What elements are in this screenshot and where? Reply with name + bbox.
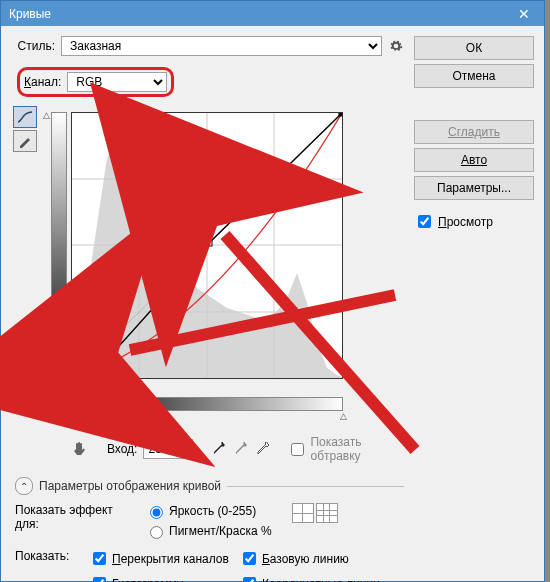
pencil-draw-mode[interactable] <box>13 130 37 152</box>
display-options-title: Параметры отображения кривой <box>39 479 221 493</box>
cancel-button[interactable]: Отмена <box>414 64 534 88</box>
style-select[interactable]: Заказная <box>61 36 382 56</box>
check-overlay[interactable]: Перекрытия каналов <box>89 549 229 568</box>
grid-coarse[interactable] <box>292 503 314 523</box>
channel-select[interactable]: RGB <box>67 72 167 92</box>
output-value[interactable] <box>11 364 61 384</box>
curve-canvas[interactable] <box>71 112 343 379</box>
titlebar: Кривые ✕ <box>1 1 544 26</box>
dropper-black-icon <box>212 442 226 456</box>
curve-draw-mode[interactable] <box>13 106 37 128</box>
dropper-gray-icon <box>234 442 248 456</box>
effect-for-label: Показать эффект для: <box>15 503 135 531</box>
toggle-display-options[interactable]: ⌃ <box>15 477 33 495</box>
channel-highlight: Канал: RGB <box>17 67 174 97</box>
check-histogram[interactable]: Гистограмму <box>89 574 229 582</box>
grid-fine[interactable] <box>316 503 338 523</box>
auto-button[interactable]: Авто <box>414 148 534 172</box>
curve-area: △ ▼ <box>71 112 361 397</box>
check-baseline[interactable]: Базовую линию <box>239 549 380 568</box>
style-label: Стиль: <box>11 39 55 53</box>
preview-checkbox[interactable]: Просмотр <box>414 212 534 231</box>
expand-icon: ⌃ <box>20 481 28 492</box>
channel-label: Канал: <box>24 75 61 89</box>
output-label: Выход: <box>11 348 61 362</box>
svg-rect-8 <box>106 354 112 360</box>
dropper-white-icon <box>256 442 270 456</box>
output-gradient <box>51 112 67 379</box>
curves-dialog: Кривые ✕ Стиль: Заказная Канал: RGB <box>0 0 545 582</box>
hand-icon <box>71 441 87 457</box>
window-title: Кривые <box>9 7 51 21</box>
show-clipping[interactable]: Показать обтравку <box>287 435 404 463</box>
show-label: Показать: <box>15 549 79 563</box>
svg-rect-9 <box>206 240 212 246</box>
smooth-button[interactable]: Сгладить <box>414 120 534 144</box>
close-button[interactable]: ✕ <box>504 1 544 26</box>
curve-mode-icon <box>17 110 33 124</box>
ok-button[interactable]: ОК <box>414 36 534 60</box>
input-label: Вход: <box>93 442 137 456</box>
targeted-adjust[interactable] <box>71 440 87 458</box>
white-point-dropper[interactable] <box>253 439 273 459</box>
black-point-dropper[interactable] <box>209 439 229 459</box>
gray-point-dropper[interactable] <box>231 439 251 459</box>
radio-pigment[interactable]: Пигмент/Краска % <box>145 523 272 539</box>
close-icon: ✕ <box>518 6 530 22</box>
style-options-menu[interactable] <box>388 38 404 54</box>
input-value[interactable] <box>143 439 193 459</box>
svg-rect-7 <box>72 375 75 378</box>
options-button[interactable]: Параметры... <box>414 176 534 200</box>
radio-light[interactable]: Яркость (0-255) <box>145 503 272 519</box>
input-gradient <box>71 397 343 411</box>
pencil-mode-icon <box>18 134 32 148</box>
svg-rect-10 <box>339 113 342 116</box>
gear-icon <box>389 39 403 53</box>
check-intersection[interactable]: Координатные линии <box>239 574 380 582</box>
